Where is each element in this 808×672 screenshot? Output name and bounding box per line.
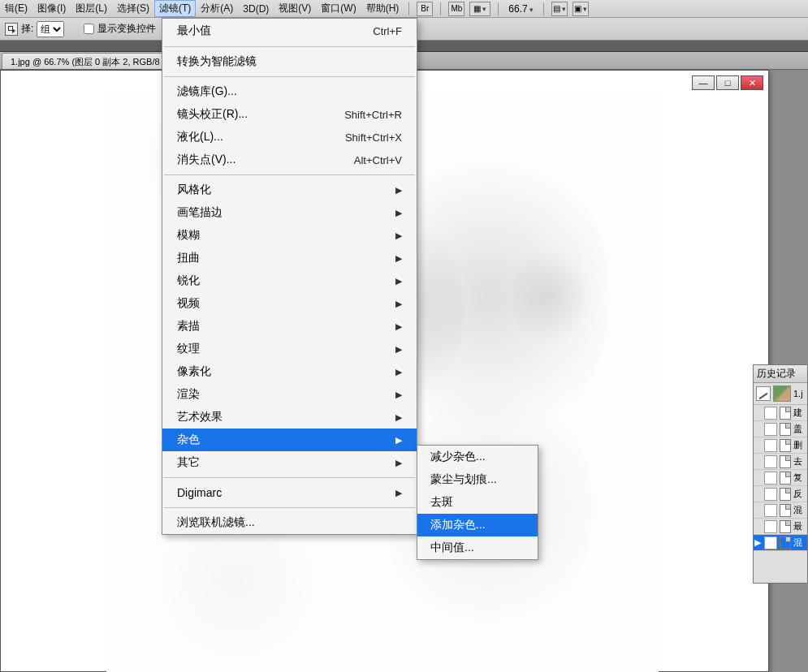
separator	[408, 2, 409, 15]
zoom-level[interactable]: 66.7	[503, 3, 538, 15]
filter-gallery[interactable]: 滤镜库(G)...	[162, 80, 417, 103]
select-label: 择:	[21, 22, 33, 36]
submenu-arrow-icon: ▶	[395, 276, 402, 286]
noise-median[interactable]: 中间值...	[417, 536, 538, 559]
filter-browse-online[interactable]: 浏览联机滤镜...	[162, 511, 417, 534]
screen-mode-button[interactable]: ▦	[469, 2, 490, 16]
menu-edit[interactable]: 辑(E)	[0, 0, 32, 17]
filter-stylize[interactable]: 风格化▶	[162, 179, 417, 201]
history-snapshot-row[interactable]: 1.j	[754, 383, 807, 405]
auto-select-dropdown[interactable]: 组	[37, 21, 64, 37]
close-window-button[interactable]: ✕	[741, 75, 763, 90]
history-step-icon	[780, 504, 791, 517]
history-item[interactable]: 建	[754, 405, 807, 421]
submenu-arrow-icon: ▶	[395, 208, 402, 218]
filter-blur[interactable]: 模糊▶	[162, 224, 417, 247]
menu-3d[interactable]: 3D(D)	[238, 2, 274, 16]
history-step-icon	[780, 520, 791, 533]
filter-texture[interactable]: 纹理▶	[162, 338, 417, 360]
menu-divider	[164, 174, 415, 175]
separator	[543, 2, 544, 15]
menu-select[interactable]: 选择(S)	[112, 0, 154, 17]
noise-dust[interactable]: 蒙尘与划痕...	[417, 468, 538, 491]
submenu-arrow-icon: ▶	[395, 299, 402, 309]
submenu-arrow-icon: ▶	[395, 253, 402, 264]
menu-image[interactable]: 图像(I)	[32, 0, 71, 17]
document-tab-title: 1.jpg @ 66.7% (图层 0 副本 2, RGB/8	[11, 56, 160, 68]
minibridge-button[interactable]: Mb	[448, 2, 464, 16]
history-item[interactable]: 反	[754, 486, 807, 502]
history-item[interactable]: 复	[754, 470, 807, 486]
menu-help[interactable]: 帮助(H)	[361, 0, 404, 17]
menu-window[interactable]: 窗口(W)	[316, 0, 361, 17]
history-panel: 历史记录 1.j 建 盖 删 去 复 反 混 最 ▶混	[753, 364, 808, 584]
filter-sketch[interactable]: 素描▶	[162, 315, 417, 338]
filter-video[interactable]: 视频▶	[162, 292, 417, 315]
submenu-arrow-icon: ▶	[395, 185, 402, 196]
history-step-icon	[780, 455, 791, 468]
filter-other[interactable]: 其它▶	[162, 451, 417, 474]
filter-last[interactable]: 最小值 Ctrl+F	[162, 19, 417, 43]
filter-noise[interactable]: 杂色▶	[162, 429, 417, 451]
separator	[498, 2, 499, 15]
submenu-arrow-icon: ▶	[395, 344, 402, 355]
noise-despeckle[interactable]: 去斑	[417, 491, 538, 514]
history-thumb-label: 1.j	[793, 389, 803, 398]
menubar: 辑(E) 图像(I) 图层(L) 选择(S) 滤镜(T) 分析(A) 3D(D)…	[0, 0, 808, 18]
menu-divider	[164, 46, 415, 47]
history-brush-icon	[756, 386, 771, 401]
menu-view[interactable]: 视图(V)	[274, 0, 316, 17]
noise-add[interactable]: 添加杂色...	[417, 514, 538, 536]
submenu-arrow-icon: ▶	[395, 390, 402, 400]
history-item[interactable]: 盖	[754, 421, 807, 437]
menu-analysis[interactable]: 分析(A)	[196, 0, 238, 17]
filter-lens[interactable]: 镜头校正(R)...Shift+Ctrl+R	[162, 103, 417, 126]
menu-divider	[164, 507, 415, 508]
history-step-icon	[780, 407, 791, 420]
history-item[interactable]: 混	[754, 502, 807, 519]
menu-layer[interactable]: 图层(L)	[71, 0, 112, 17]
submenu-arrow-icon: ▶	[395, 458, 402, 468]
filter-smart[interactable]: 转换为智能滤镜	[162, 50, 417, 73]
history-item[interactable]: 最	[754, 519, 807, 535]
move-tool-icon	[5, 23, 18, 36]
noise-submenu: 减少杂色... 蒙尘与划痕... 去斑 添加杂色... 中间值...	[417, 445, 538, 560]
filter-sharpen[interactable]: 锐化▶	[162, 269, 417, 292]
submenu-arrow-icon: ▶	[395, 435, 402, 446]
filter-artistic[interactable]: 艺术效果▶	[162, 406, 417, 429]
submenu-arrow-icon: ▶	[395, 412, 402, 423]
filter-render[interactable]: 渲染▶	[162, 383, 417, 406]
bridge-button[interactable]: Br	[417, 2, 433, 16]
submenu-arrow-icon: ▶	[395, 488, 402, 498]
separator	[440, 2, 441, 15]
history-item[interactable]: 删	[754, 437, 807, 454]
history-item-current[interactable]: ▶混	[754, 535, 807, 551]
window-buttons: — □ ✕	[690, 75, 763, 90]
document-tab[interactable]: 1.jpg @ 66.7% (图层 0 副本 2, RGB/8 ✕	[2, 53, 185, 69]
filter-menu-dropdown: 最小值 Ctrl+F 转换为智能滤镜 滤镜库(G)... 镜头校正(R)...S…	[162, 18, 417, 535]
history-step-icon	[780, 423, 791, 436]
minimize-button[interactable]: —	[692, 75, 715, 90]
frame-button[interactable]: ▣	[573, 2, 589, 16]
show-transform-checkbox[interactable]	[84, 24, 94, 34]
history-thumbnail	[773, 386, 791, 402]
history-step-icon	[780, 536, 791, 549]
filter-distort[interactable]: 扭曲▶	[162, 247, 417, 269]
menu-divider	[164, 477, 415, 478]
filter-vanish[interactable]: 消失点(V)...Alt+Ctrl+V	[162, 149, 417, 171]
history-panel-title: 历史记录	[754, 365, 807, 383]
menu-filter[interactable]: 滤镜(T)	[154, 0, 196, 17]
history-step-icon	[780, 439, 791, 452]
history-step-icon	[780, 488, 791, 501]
menu-divider	[164, 76, 415, 77]
history-item[interactable]: 去	[754, 454, 807, 470]
filter-digimarc[interactable]: Digimarc▶	[162, 481, 417, 504]
filter-pixelate[interactable]: 像素化▶	[162, 360, 417, 383]
filter-brushstrokes[interactable]: 画笔描边▶	[162, 201, 417, 224]
submenu-arrow-icon: ▶	[395, 321, 402, 332]
maximize-button[interactable]: □	[716, 75, 739, 90]
filter-liquify[interactable]: 液化(L)...Shift+Ctrl+X	[162, 126, 417, 149]
arrange-button[interactable]: ▤	[551, 2, 568, 16]
submenu-arrow-icon: ▶	[395, 230, 402, 241]
noise-reduce[interactable]: 减少杂色...	[417, 446, 538, 468]
